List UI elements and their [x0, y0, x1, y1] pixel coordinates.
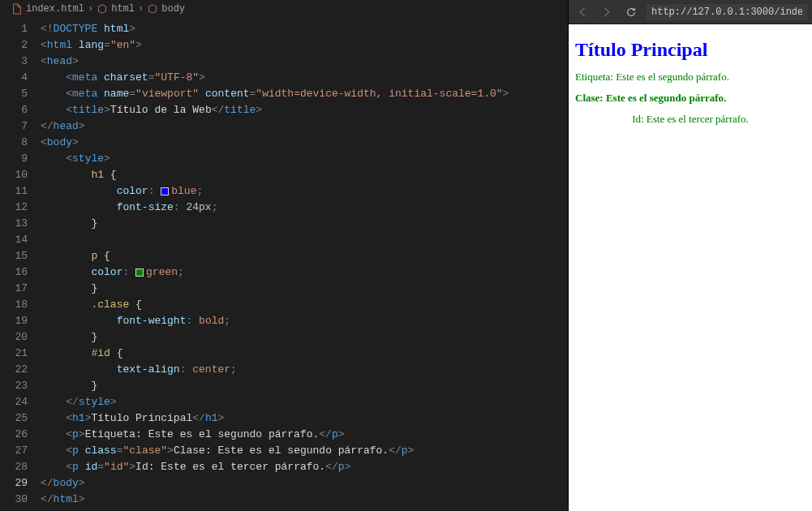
editor-panel: index.html › html › body 123456789101112…: [0, 0, 568, 511]
forward-button[interactable]: [598, 3, 616, 21]
element-icon: [97, 3, 108, 15]
preview-heading: Título Principal: [575, 39, 806, 61]
preview-paragraph: Etiqueta: Este es el segundo párrafo.: [575, 71, 806, 84]
chevron-right-icon: ›: [138, 3, 144, 15]
url-input[interactable]: [647, 4, 807, 20]
element-icon: [147, 3, 158, 15]
line-number-gutter: 1234567891011121314151617181920212223242…: [0, 18, 41, 511]
breadcrumb-html[interactable]: html: [111, 3, 135, 15]
code-content[interactable]: <!DOCTYPE html><html lang="en"><head> <m…: [41, 18, 568, 511]
back-button[interactable]: [574, 3, 591, 21]
file-icon: [11, 3, 23, 15]
breadcrumb-file[interactable]: index.html: [26, 3, 84, 15]
breadcrumb-body[interactable]: body: [161, 3, 185, 15]
preview-panel: Título Principal Etiqueta: Este es el se…: [568, 0, 812, 511]
reload-button[interactable]: [622, 3, 640, 21]
preview-toolbar: [569, 0, 812, 24]
code-area[interactable]: 1234567891011121314151617181920212223242…: [0, 18, 568, 511]
preview-document: Título Principal Etiqueta: Este es el se…: [569, 24, 812, 511]
preview-paragraph-center: Id: Este es el tercer párrafo.: [575, 113, 806, 126]
chevron-right-icon: ›: [88, 3, 93, 15]
breadcrumb[interactable]: index.html › html › body: [0, 0, 568, 18]
preview-paragraph-bold: Clase: Este es el segundo párrafo.: [575, 92, 806, 105]
